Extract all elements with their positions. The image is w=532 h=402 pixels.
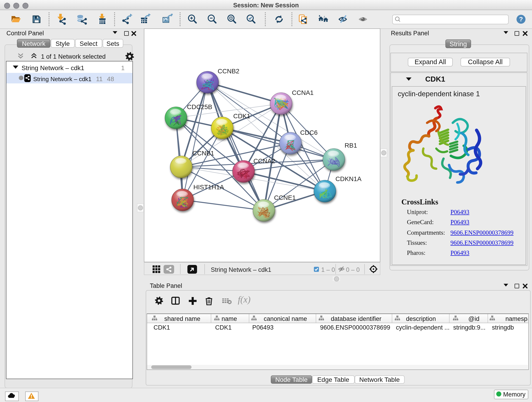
svg-text:?: ?: [519, 16, 523, 23]
